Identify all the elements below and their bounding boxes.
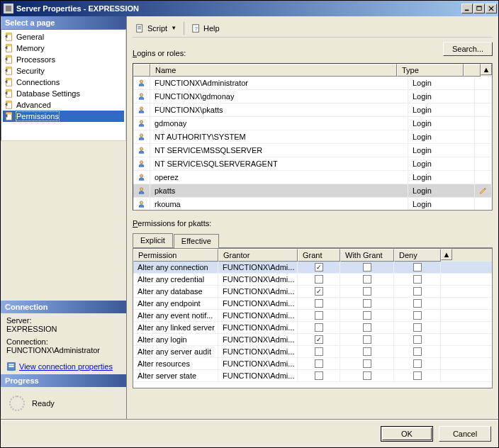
col-icon-header[interactable] <box>133 64 150 77</box>
permission-row[interactable]: Alter any event notif... FUNCTIONX\Admi.… <box>133 310 492 322</box>
tab-effective[interactable]: Effective <box>174 234 219 248</box>
sidebar-item-permissions[interactable]: Permissions <box>3 111 124 122</box>
tab-explicit[interactable]: Explicit <box>133 233 173 247</box>
checkbox[interactable] <box>315 275 323 284</box>
help-button[interactable]: ? Help <box>189 22 223 35</box>
login-row[interactable]: NT SERVICE\SQLSERVERAGENT Login <box>133 157 492 171</box>
checkbox[interactable] <box>413 335 422 344</box>
permission-row[interactable]: Alter server state FUNCTIONX\Admi... <box>133 370 492 382</box>
chevron-down-icon: ▼ <box>171 25 176 31</box>
sidebar-item-security[interactable]: Security <box>3 65 124 77</box>
checkbox[interactable] <box>363 371 371 380</box>
login-row[interactable]: pkatts Login <box>133 184 492 198</box>
checkbox[interactable] <box>413 287 422 296</box>
scroll-up-icon[interactable]: ▲ <box>481 64 492 75</box>
sidebar-item-general[interactable]: General <box>3 31 124 43</box>
cancel-button[interactable]: Cancel <box>439 426 491 442</box>
perm-scroll-up-icon[interactable]: ▲ <box>441 249 452 260</box>
checkbox[interactable] <box>363 335 371 344</box>
permission-row[interactable]: Alter any server audit FUNCTIONX\Admi... <box>133 346 492 358</box>
checkbox[interactable]: ✓ <box>315 287 323 296</box>
checkbox[interactable] <box>413 323 422 332</box>
permission-row[interactable]: Alter any linked server FUNCTIONX\Admi..… <box>133 322 492 334</box>
col-withgrant-header[interactable]: With Grant <box>340 249 394 262</box>
col-name-header[interactable]: Name <box>150 64 397 77</box>
window-title: Server Properties - EXPRESSION <box>16 4 461 13</box>
sidebar-item-database-settings[interactable]: Database Settings <box>3 88 124 99</box>
logins-grid[interactable]: Name Type ▲ FUNCTIONX\Administrator Logi… <box>133 63 493 211</box>
login-row[interactable]: rkouma Login <box>133 198 492 210</box>
close-button[interactable] <box>486 4 497 13</box>
progress-panel: Ready <box>1 387 126 420</box>
checkbox[interactable] <box>363 275 371 284</box>
svg-rect-23 <box>9 364 14 366</box>
checkbox[interactable]: ✓ <box>315 263 323 271</box>
login-row[interactable]: FUNCTIONX\gdmonay Login <box>133 90 492 103</box>
checkbox[interactable] <box>413 347 422 356</box>
checkbox[interactable] <box>363 287 371 296</box>
toolbar: Script ▼ ? Help <box>133 21 493 38</box>
login-row[interactable]: NT SERVICE\MSSQLSERVER Login <box>133 144 492 157</box>
login-row[interactable]: operez Login <box>133 171 492 184</box>
checkbox[interactable] <box>363 263 371 271</box>
sidebar-item-label: General <box>16 33 44 41</box>
checkbox[interactable] <box>413 263 422 271</box>
page-list[interactable]: General Memory Processors Security Conne… <box>1 29 126 141</box>
sidebar-item-processors[interactable]: Processors <box>3 54 124 65</box>
checkbox[interactable]: ✓ <box>315 335 323 344</box>
checkbox[interactable] <box>315 347 323 356</box>
maximize-button[interactable] <box>473 4 485 13</box>
search-button[interactable]: Search... <box>443 42 493 56</box>
checkbox[interactable] <box>413 371 422 380</box>
permission-name: Alter server state <box>133 370 218 381</box>
permissions-grid[interactable]: Permission Grantor Grant With Grant Deny… <box>133 248 493 388</box>
login-row[interactable]: NT AUTHORITY\SYSTEM Login <box>133 130 492 144</box>
checkbox[interactable] <box>363 347 371 356</box>
checkbox[interactable] <box>363 311 371 320</box>
checkbox[interactable] <box>413 359 422 368</box>
permission-name: Alter any endpoint <box>133 298 218 309</box>
col-type-header[interactable]: Type <box>397 64 464 77</box>
login-row[interactable]: FUNCTIONX\pkatts Login <box>133 103 492 117</box>
permission-row[interactable]: Alter any endpoint FUNCTIONX\Admi... <box>133 298 492 310</box>
svg-text:?: ? <box>194 25 198 31</box>
permission-row[interactable]: Alter any connection FUNCTIONX\Admi... ✓ <box>133 262 492 274</box>
checkbox[interactable] <box>413 275 422 284</box>
sidebar-item-memory[interactable]: Memory <box>3 43 124 54</box>
permission-row[interactable]: Alter any database FUNCTIONX\Admi... ✓ <box>133 286 492 298</box>
checkbox[interactable] <box>363 299 371 308</box>
col-action-header[interactable] <box>464 64 481 77</box>
page-icon <box>4 77 14 87</box>
login-row[interactable]: FUNCTIONX\Administrator Login <box>133 77 492 90</box>
sidebar-item-connections[interactable]: Connections <box>3 77 124 88</box>
col-grantor-header[interactable]: Grantor <box>218 249 298 262</box>
page-icon <box>4 89 14 99</box>
titlebar[interactable]: Server Properties - EXPRESSION <box>1 1 498 16</box>
user-icon <box>138 132 145 142</box>
page-icon <box>4 111 14 121</box>
minimize-button[interactable] <box>461 4 473 13</box>
col-grant-header[interactable]: Grant <box>298 249 340 262</box>
view-connection-properties-link[interactable]: View connection properties <box>6 362 120 371</box>
permission-row[interactable]: Alter any login FUNCTIONX\Admi... ✓ <box>133 334 492 346</box>
permission-name: Alter any login <box>133 334 218 345</box>
checkbox[interactable] <box>315 311 323 320</box>
login-row[interactable]: gdmonay Login <box>133 117 492 130</box>
checkbox[interactable] <box>315 323 323 332</box>
checkbox[interactable] <box>315 299 323 308</box>
col-permission-header[interactable]: Permission <box>133 249 218 262</box>
checkbox[interactable] <box>413 311 422 320</box>
checkbox[interactable] <box>363 323 371 332</box>
permission-row[interactable]: Alter resources FUNCTIONX\Admi... <box>133 358 492 370</box>
checkbox[interactable] <box>315 371 323 380</box>
ok-button[interactable]: OK <box>381 426 433 442</box>
script-button[interactable]: Script ▼ <box>133 22 179 35</box>
checkbox[interactable] <box>413 299 422 308</box>
checkbox[interactable] <box>363 359 371 368</box>
sidebar-item-advanced[interactable]: Advanced <box>3 99 124 111</box>
checkbox[interactable] <box>315 359 323 368</box>
permission-row[interactable]: Alter any credential FUNCTIONX\Admi... <box>133 274 492 286</box>
col-deny-header[interactable]: Deny <box>394 249 441 262</box>
view-conn-text[interactable]: View connection properties <box>19 362 113 371</box>
properties-icon <box>6 362 16 371</box>
